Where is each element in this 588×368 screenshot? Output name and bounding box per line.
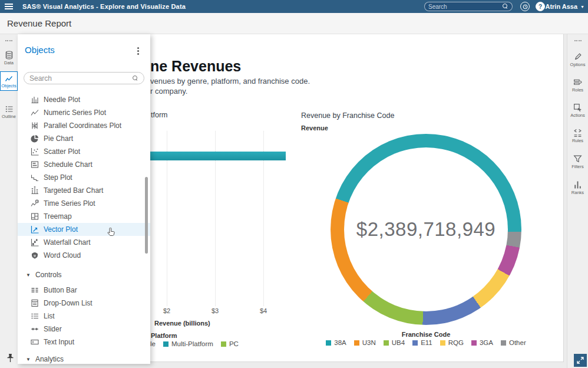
slider-icon [31, 325, 39, 333]
report-title: Revenue Report [7, 18, 71, 28]
axis-tick: $2 [155, 307, 179, 314]
legend-swatch [412, 340, 418, 346]
pin-panel-button[interactable] [4, 351, 16, 364]
object-item-drop-down-list[interactable]: Drop-Down List [18, 297, 150, 310]
object-item-vector-plot[interactable]: Vector Plot [18, 223, 150, 236]
legend-swatch [384, 340, 389, 346]
button-bar-icon [31, 286, 39, 294]
legend-item-e11[interactable]: E11 [412, 339, 432, 346]
scatter-plot-icon [31, 147, 39, 156]
donut-measure-label: Revenue [301, 124, 328, 132]
panel-tab-ranks[interactable]: Ranks [567, 180, 588, 195]
legend-item-38a[interactable]: 38A [326, 339, 346, 346]
legend-item-multi-platform[interactable]: Multi-Platform [163, 340, 213, 347]
search-placeholder: Search [428, 4, 503, 10]
page-subtitle-line1: venues by genre, platform, and franchise… [150, 77, 310, 86]
drop-down-list-icon [31, 299, 39, 307]
objects-panel-title: Objects [25, 45, 55, 55]
section-analytics[interactable]: ▼ Analytics [18, 353, 150, 364]
sidebar-item-data[interactable]: Data [0, 51, 18, 65]
text-input-icon [31, 338, 39, 346]
vector-plot-icon [31, 225, 39, 234]
cursor-pointer-icon [107, 228, 115, 238]
object-item-waterfall-chart[interactable]: Waterfall Chart [18, 236, 150, 249]
expand-button[interactable] [574, 354, 587, 367]
object-item-scatter-plot[interactable]: Scatter Plot [18, 145, 150, 158]
object-item-treemap[interactable]: Treemap [18, 210, 150, 223]
bar-chart-axis-label: Revenue (billions) [154, 320, 210, 327]
ranks-icon [573, 180, 582, 189]
axis-tick: $4 [252, 307, 275, 314]
chevron-down-icon: ▼ [26, 357, 31, 362]
panel-tab-filters[interactable]: Filters [567, 155, 588, 169]
targeted-bar-chart-icon [31, 186, 39, 195]
needle-plot-icon [31, 96, 39, 104]
object-item-targeted-bar-chart[interactable]: Targeted Bar Chart [18, 184, 150, 197]
donut-legend: 38A U3N UB4 E11 RQG 3GA Other [295, 339, 557, 346]
database-icon [5, 51, 14, 60]
bar-chart-legend-title: Platform [151, 332, 177, 339]
panel-scrollbar[interactable] [145, 177, 148, 254]
donut-chart-title: Revenue by Franchise Code [301, 111, 394, 120]
objects-search-input[interactable]: Search [24, 72, 144, 84]
bar-chart-title: tform [151, 111, 167, 119]
legend-item-u3n[interactable]: U3N [354, 339, 376, 346]
options-icon [573, 52, 582, 61]
user-name: Atrin Assa [545, 3, 577, 10]
line-chart-icon [4, 74, 14, 83]
global-search-input[interactable]: Search [424, 2, 513, 11]
object-item-numeric-series-plot[interactable]: Numeric Series Plot [18, 106, 150, 119]
page-title: ne Revenues [150, 58, 241, 75]
objects-search-placeholder: Search [29, 74, 133, 83]
object-item-schedule-chart[interactable]: Schedule Chart [18, 158, 150, 171]
search-icon [503, 4, 508, 9]
numeric-series-plot-icon [31, 109, 39, 117]
object-item-text-input[interactable]: Text Input [18, 336, 150, 349]
panel-tab-actions[interactable]: Actions [567, 103, 588, 118]
actions-icon [573, 103, 582, 112]
report-toolbar: Revenue Report [0, 13, 588, 34]
section-controls[interactable]: ▼ Controls [18, 268, 150, 281]
rules-icon [573, 129, 582, 137]
donut-legend-title: Franchise Code [295, 331, 557, 338]
object-item-step-plot[interactable]: Step Plot [18, 171, 150, 184]
object-item-time-series-plot[interactable]: Time Series Plot [18, 197, 150, 210]
legend-swatch [221, 341, 226, 347]
object-item-slider[interactable]: Slider [18, 323, 150, 336]
user-menu[interactable]: Atrin Assa ▼ [545, 0, 584, 13]
object-item-list[interactable]: List [18, 310, 150, 323]
object-item-parallel-coordinates-plot[interactable]: Parallel Coordinates Plot [18, 119, 150, 132]
legend-swatch [471, 340, 477, 346]
object-item-needle-plot[interactable]: Needle Plot [18, 93, 150, 106]
app-bar: SAS® Visual Analytics - Explore and Visu… [0, 0, 588, 13]
time-series-plot-icon [31, 199, 39, 208]
object-item-word-cloud[interactable]: Word Cloud [18, 249, 150, 262]
right-rail: Options Roles Actions Rules Filters Rank… [567, 34, 588, 368]
legend-item-rqg[interactable]: RQG [440, 339, 464, 346]
panel-tab-roles[interactable]: Roles [567, 78, 588, 93]
legend-item-other[interactable]: Other [501, 339, 526, 346]
help-icon[interactable]: ? [536, 2, 545, 11]
outline-list-icon [5, 105, 14, 113]
object-item-button-bar[interactable]: Button Bar [18, 284, 150, 297]
sidebar-item-objects[interactable]: Objects [0, 71, 18, 91]
panel-tab-rules[interactable]: Rules [567, 129, 588, 143]
object-item-pie-chart[interactable]: Pie Chart [18, 132, 150, 145]
bar-chart-legend: le Multi-Platform PC [150, 340, 239, 347]
objects-panel: Objects Search Needle Plot Numeric Serie… [18, 34, 150, 364]
legend-fragment: le [150, 340, 156, 347]
drag-handle[interactable] [574, 40, 582, 41]
drag-handle[interactable] [5, 40, 12, 41]
donut-center-value: $2,389,718,949 [331, 134, 521, 325]
search-icon [133, 75, 138, 81]
donut-chart: $2,389,718,949 [331, 134, 521, 325]
app-title: SAS® Visual Analytics - Explore and Visu… [22, 3, 186, 10]
legend-item-ub4[interactable]: UB4 [384, 339, 405, 346]
menu-icon[interactable] [0, 0, 18, 13]
notifications-icon[interactable] [520, 2, 530, 11]
objects-panel-menu-icon[interactable] [137, 47, 139, 49]
sidebar-item-outline[interactable]: Outline [0, 105, 18, 119]
panel-tab-options[interactable]: Options [567, 52, 588, 67]
legend-item-pc[interactable]: PC [221, 340, 239, 347]
legend-item-3ga[interactable]: 3GA [471, 339, 493, 346]
